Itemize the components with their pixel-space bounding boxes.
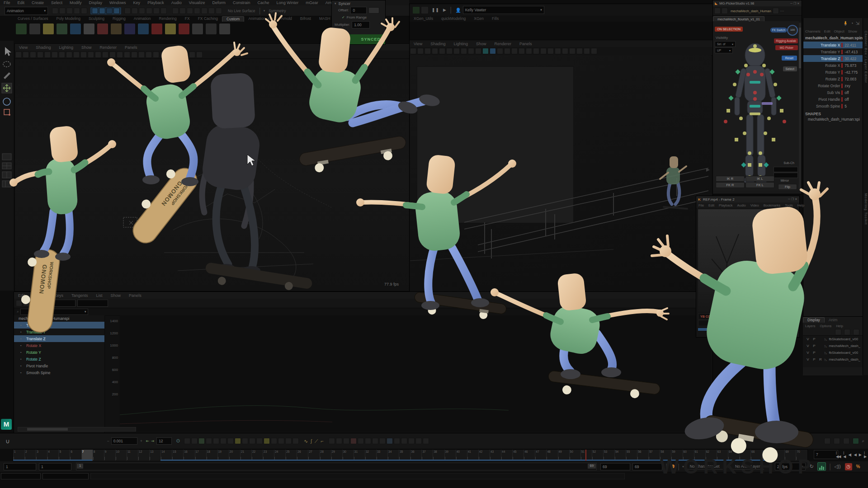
menubar-item-mgear[interactable]: mGear [302, 0, 322, 5]
picker-selection-button[interactable] [726, 109, 730, 113]
ghosting-icon[interactable] [206, 438, 212, 444]
picker-selection-button[interactable] [744, 64, 748, 67]
left-viewport[interactable]: ViewShadingLightingShowRendererPanels 77… [14, 43, 410, 291]
key-tool-icon[interactable] [336, 438, 342, 444]
shelf-icon[interactable] [151, 23, 163, 35]
graph-menu-keys[interactable]: Keys [50, 293, 67, 298]
key-tool-icon[interactable] [365, 438, 371, 444]
viewport-toolbar-icon[interactable] [37, 52, 43, 58]
menubar-item-deform[interactable]: Deform [209, 0, 230, 5]
shelf-tab[interactable]: XGen_Utils [410, 16, 437, 21]
menubar-item-playback[interactable]: Playback [144, 0, 168, 5]
viewport-toolbar-icon[interactable] [482, 48, 489, 54]
menubar-item-modify[interactable]: Modify [66, 0, 85, 5]
shelf-tab[interactable]: Custom [222, 16, 244, 22]
picker-selection-button[interactable] [750, 113, 760, 115]
anim-prefs-icon[interactable] [853, 438, 859, 444]
magnet-icon[interactable]: ∪ [5, 438, 10, 445]
viewport-toolbar-icon[interactable] [526, 48, 532, 54]
menubar-item-create[interactable]: Create [28, 0, 47, 5]
key-tool-icon[interactable] [401, 438, 407, 444]
ghosting-icon[interactable] [278, 438, 284, 444]
playback-end-field[interactable]: 69 [600, 463, 630, 470]
shelf-tab[interactable]: quickModeling [437, 16, 470, 21]
playback-button[interactable]: |◀◀ [835, 450, 842, 459]
viewport-menu-shading[interactable]: Shading [426, 42, 449, 46]
pause-icon[interactable]: ❚❚ [432, 8, 439, 12]
picker-arrow-icon[interactable] [722, 8, 728, 14]
viewport-toolbar-icon[interactable] [446, 48, 453, 54]
key-tools-strip[interactable] [328, 437, 429, 445]
graph-filter-icon[interactable] [16, 300, 22, 306]
sine-curve-icon[interactable]: ∿ [304, 438, 308, 444]
file-icon[interactable] [52, 8, 58, 14]
graph-channel-row[interactable]: ▪Rotate Z [14, 356, 104, 362]
camera-icon[interactable] [421, 6, 429, 14]
viewport-menu-lighting[interactable]: Lighting [55, 45, 77, 50]
picker-selection-button[interactable] [750, 105, 760, 108]
viewport-toolbar-icon[interactable] [30, 52, 36, 58]
history-icon[interactable] [139, 8, 145, 14]
video-progress-bar[interactable] [698, 328, 797, 331]
picker-selection-button[interactable] [743, 131, 746, 135]
viewport-toolbar-icon[interactable] [95, 52, 101, 58]
multiplier-field[interactable]: 1.00 [352, 21, 370, 28]
key-tool-icon[interactable] [394, 438, 400, 444]
ghosting-icon[interactable] [264, 438, 270, 444]
viewport-toolbar-icon[interactable] [160, 52, 166, 58]
video-menu-audio[interactable]: Audio [735, 203, 748, 207]
viewport-toolbar-icon[interactable] [109, 52, 116, 58]
attribute-value[interactable]: 5 [841, 104, 863, 108]
video-track-2[interactable] [698, 320, 798, 326]
scale-tool-icon[interactable] [4, 109, 10, 116]
attribute-value[interactable]: 30.422 [841, 56, 863, 61]
shelf-tab[interactable]: Sculpting [85, 16, 108, 21]
picker-selection-button[interactable] [750, 81, 760, 84]
shelf-icon[interactable] [137, 23, 149, 35]
command-mode-field[interactable] [1, 473, 41, 479]
key-tool-icon[interactable] [358, 438, 364, 444]
channel-attribute-row[interactable]: Rotate Y-42.775 [803, 69, 863, 75]
video-frame[interactable] [698, 209, 797, 312]
channel-box-menu-show[interactable]: Show [846, 29, 859, 33]
graph-channel-row[interactable]: ▪Pivot Handle [14, 362, 104, 369]
shelf-icon[interactable] [42, 23, 54, 35]
picker-selection-button[interactable] [772, 138, 775, 141]
ghosting-icon[interactable] [191, 438, 198, 444]
layer-playback-toggle[interactable]: P [812, 344, 816, 348]
graph-menu-list[interactable]: List [92, 293, 107, 298]
viewport-toolbar-icon[interactable] [453, 48, 460, 54]
shelf-tab[interactable]: Fills [488, 16, 503, 21]
picker-selection-button[interactable] [728, 95, 733, 100]
ik-left-button[interactable]: IK L [745, 176, 774, 182]
viewport-toolbar-icon[interactable] [73, 52, 80, 58]
picker-more-icon[interactable]: ⋯ [780, 9, 784, 13]
key-tool-icon[interactable] [408, 438, 415, 444]
viewport-toolbar-icon[interactable] [562, 48, 568, 54]
layer-visibility-toggle[interactable]: V [806, 351, 810, 355]
from-range-checkbox[interactable]: ✓ [342, 15, 345, 19]
shelf-tab[interactable]: Curves / Surfaces [14, 16, 52, 21]
ghosting-icon[interactable] [198, 438, 205, 444]
rotate-tool-icon[interactable] [3, 98, 10, 105]
viewport-toolbar-icon[interactable] [584, 48, 590, 54]
ghosting-icon[interactable] [271, 438, 277, 444]
history-icon[interactable]: ◔ [851, 21, 854, 26]
slider-mode-icon[interactable]: ⇲ [856, 21, 859, 26]
new-layer-icon[interactable] [844, 329, 850, 335]
ghosting-icon[interactable] [292, 438, 299, 444]
key-tool-icon[interactable] [343, 438, 349, 444]
viewport-toolbar-icon[interactable] [124, 52, 130, 58]
history-icon[interactable] [153, 8, 160, 14]
picker-selection-button[interactable] [746, 73, 750, 76]
shelf-icon[interactable] [205, 23, 217, 35]
picker-selection-button[interactable] [762, 102, 773, 105]
picker-selection-button[interactable] [735, 138, 738, 141]
channel-attribute-row[interactable]: Translate Z30.422 [803, 55, 863, 62]
shelf-tab[interactable]: FX [181, 16, 194, 21]
attribute-value[interactable]: zxy [841, 84, 863, 88]
viewport-toolbar-icon[interactable] [432, 48, 438, 54]
playback-button[interactable]: ◀ [853, 453, 858, 457]
layers-tab-display[interactable]: Display [803, 317, 825, 323]
layout-four-pane-icon[interactable] [2, 163, 11, 169]
